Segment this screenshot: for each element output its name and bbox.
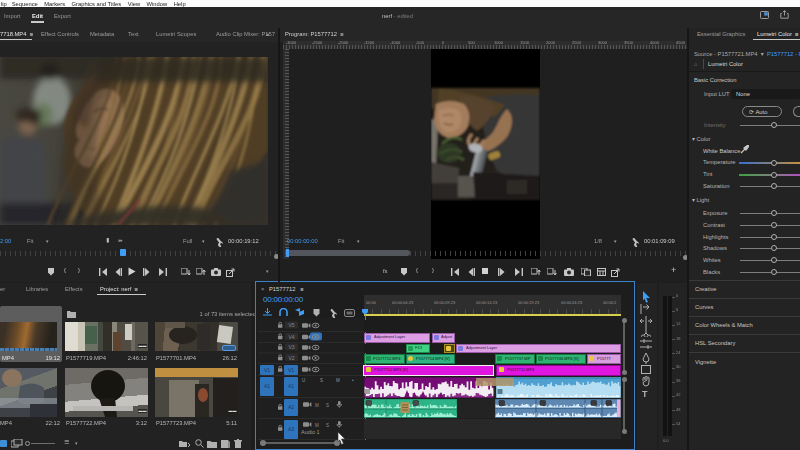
svg-text:M: M (315, 423, 319, 428)
svg-text:M: M (336, 378, 340, 383)
svg-text:V1: V1 (288, 367, 294, 373)
svg-text:A1: A1 (264, 383, 270, 389)
svg-text:A2: A2 (288, 404, 294, 410)
svg-text:V2: V2 (288, 355, 294, 361)
svg-text:•: • (352, 378, 354, 383)
svg-text:S: S (326, 423, 329, 428)
svg-text:A1: A1 (288, 383, 294, 389)
svg-text:Audio 1: Audio 1 (301, 429, 320, 435)
svg-text:V3: V3 (288, 344, 294, 350)
svg-text:U: U (302, 378, 305, 383)
svg-text:A3: A3 (288, 426, 294, 432)
svg-text:V5: V5 (288, 322, 294, 328)
svg-text:M: M (315, 403, 319, 408)
svg-text:S: S (326, 403, 329, 408)
svg-text:S: S (320, 378, 323, 383)
svg-text:V1: V1 (264, 367, 270, 373)
svg-text:V4: V4 (288, 334, 294, 340)
